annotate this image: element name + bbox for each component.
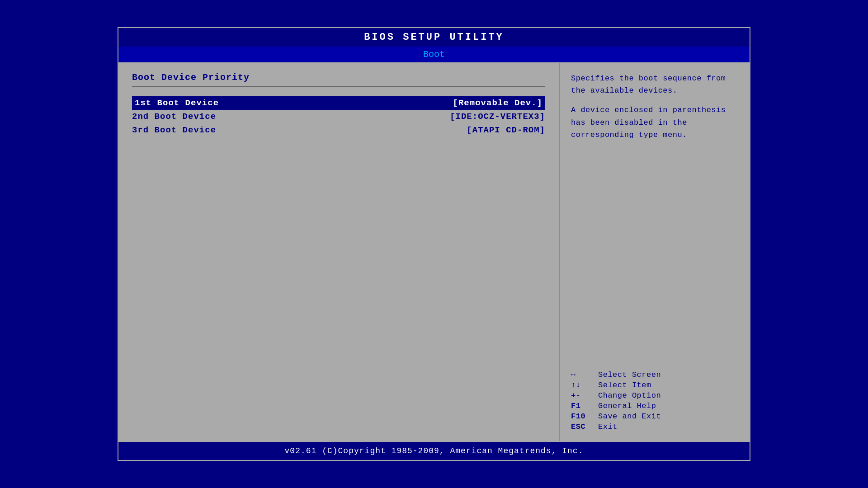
sub-title-text: Boot: [423, 49, 445, 60]
key-updown: ↑↓: [571, 381, 598, 389]
key-row-arrows: ↔ Select Screen: [571, 370, 738, 380]
boot-item-1st-name: 1st Boot Device: [135, 98, 219, 108]
help-text-area: Specifies the boot sequence from the ava…: [571, 72, 738, 148]
key-f10-desc: Save and Exit: [598, 412, 661, 421]
boot-item-3rd[interactable]: 3rd Boot Device [ATAPI CD-ROM]: [132, 123, 545, 137]
sub-title-bar: Boot: [118, 47, 750, 63]
boot-item-3rd-value: [ATAPI CD-ROM]: [467, 125, 545, 135]
key-legend: ↔ Select Screen ↑↓ Select Item +- Change…: [571, 370, 738, 432]
footer: v02.61 (C)Copyright 1985-2009, American …: [118, 441, 750, 460]
key-row-f1: F1 General Help: [571, 401, 738, 411]
key-f1: F1: [571, 402, 598, 410]
boot-item-1st[interactable]: 1st Boot Device [Removable Dev.]: [132, 96, 545, 110]
boot-item-2nd-name: 2nd Boot Device: [132, 112, 216, 122]
right-panel: Specifies the boot sequence from the ava…: [560, 63, 750, 441]
outer-wrapper: BIOS SETUP UTILITY Boot Boot Device Prio…: [0, 0, 868, 488]
key-row-plusminus: +- Change Option: [571, 390, 738, 401]
help-text-1: Specifies the boot sequence from the ava…: [571, 72, 738, 97]
key-f10: F10: [571, 412, 598, 421]
main-content: Boot Device Priority 1st Boot Device [Re…: [118, 63, 750, 441]
boot-item-2nd-value: [IDE:OCZ-VERTEX3]: [450, 112, 545, 122]
boot-item-1st-value: [Removable Dev.]: [453, 98, 542, 108]
key-row-updown: ↑↓ Select Item: [571, 380, 738, 390]
divider: [132, 86, 545, 87]
key-arrows: ↔: [571, 371, 598, 379]
boot-item-3rd-name: 3rd Boot Device: [132, 125, 216, 135]
key-plusminus: +-: [571, 391, 598, 400]
help-text-2: A device enclosed in parenthesis has bee…: [571, 104, 738, 141]
title-text: BIOS SETUP UTILITY: [364, 32, 504, 43]
key-f1-desc: General Help: [598, 402, 656, 410]
key-plusminus-desc: Change Option: [598, 391, 661, 400]
key-arrows-desc: Select Screen: [598, 371, 661, 379]
left-panel: Boot Device Priority 1st Boot Device [Re…: [118, 63, 560, 441]
footer-text: v02.61 (C)Copyright 1985-2009, American …: [285, 446, 584, 455]
key-esc-desc: Exit: [598, 422, 618, 431]
section-title: Boot Device Priority: [132, 72, 545, 83]
title-bar: BIOS SETUP UTILITY: [118, 28, 750, 47]
key-esc: ESC: [571, 422, 598, 431]
boot-item-2nd[interactable]: 2nd Boot Device [IDE:OCZ-VERTEX3]: [132, 110, 545, 123]
key-row-f10: F10 Save and Exit: [571, 411, 738, 422]
key-row-esc: ESC Exit: [571, 422, 738, 432]
key-updown-desc: Select Item: [598, 381, 651, 389]
bios-container: BIOS SETUP UTILITY Boot Boot Device Prio…: [118, 27, 750, 461]
